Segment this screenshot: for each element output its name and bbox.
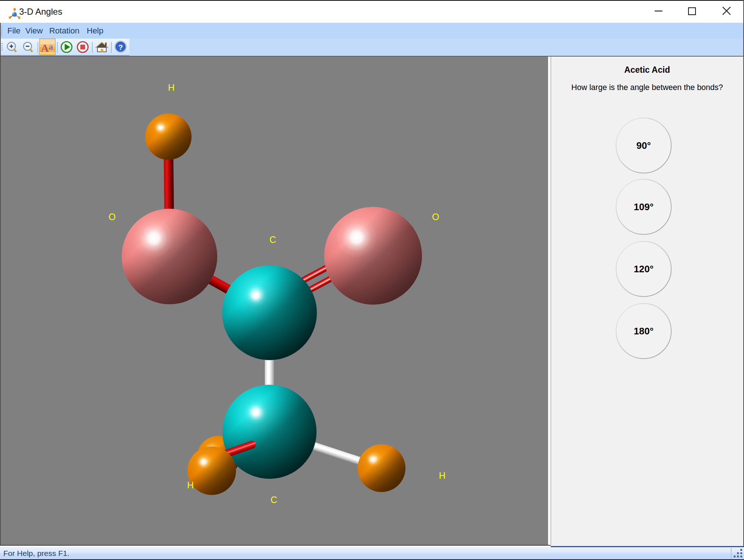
svg-text:90°: 90° [636,140,651,151]
svg-text:180°: 180° [634,326,654,337]
svg-text:a: a [49,42,53,51]
svg-text:A: A [41,42,49,54]
svg-text:?: ? [118,43,123,51]
svg-text:120°: 120° [634,263,654,274]
svg-text:109°: 109° [634,201,654,212]
